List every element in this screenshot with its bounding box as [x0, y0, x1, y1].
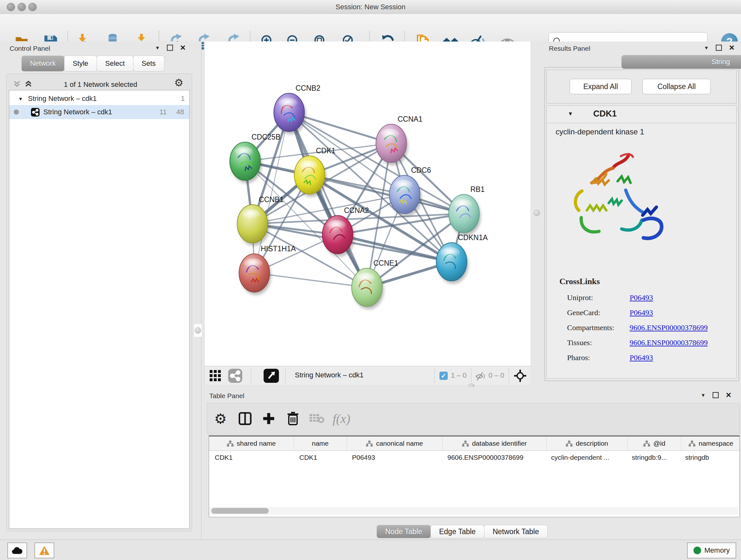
crosslinks-title: CrossLinks: [559, 277, 600, 287]
node-label-CDKN1A: CDKN1A: [458, 233, 488, 242]
tab-edge-table[interactable]: Edge Table: [430, 525, 484, 538]
selected-nodes-checkbox[interactable]: ✓: [440, 372, 448, 380]
network-collection-row[interactable]: ▼ String Network – cdk1 1: [9, 92, 189, 105]
birdseye-view-button[interactable]: [264, 369, 279, 384]
show-columns-button[interactable]: [235, 409, 255, 428]
node-CCNB2[interactable]: [274, 93, 306, 134]
column-header-namespace[interactable]: namespace: [681, 436, 740, 451]
add-column-button[interactable]: [259, 409, 278, 428]
network-list-options-button[interactable]: ⚙: [174, 77, 184, 89]
column-header-database-identifier[interactable]: database identifier: [443, 436, 547, 451]
delete-column-button[interactable]: [283, 409, 302, 428]
collapse-all-button[interactable]: Collapse All: [643, 79, 711, 94]
tab-network[interactable]: Network: [21, 56, 64, 71]
table-cell[interactable]: P06493: [346, 451, 442, 464]
panel-menu-icon[interactable]: ▼: [701, 392, 705, 398]
panel-float-icon[interactable]: [716, 45, 722, 51]
fit-content-button[interactable]: [514, 369, 527, 384]
tab-node-table[interactable]: Node Table: [377, 525, 431, 538]
table-cell[interactable]: stringdb:9...: [626, 451, 679, 464]
memory-label: Memory: [704, 546, 730, 555]
column-header-name[interactable]: name: [294, 436, 347, 451]
tab-style[interactable]: Style: [64, 56, 97, 71]
node-CCNE1[interactable]: [352, 268, 384, 309]
column-header--id[interactable]: @id: [628, 436, 681, 451]
status-bar: Memory: [0, 540, 741, 560]
results-panel-title: Results Panel: [549, 45, 590, 52]
network-view-mode-button[interactable]: [228, 369, 242, 384]
column-type-icon: [227, 441, 233, 447]
tab-select[interactable]: Select: [97, 56, 133, 71]
control-panel-title: Control Panel: [10, 45, 50, 52]
panel-close-icon[interactable]: ✕: [729, 45, 735, 50]
tab-string[interactable]: String: [621, 55, 741, 69]
crosslink-value-link[interactable]: P06493: [630, 308, 653, 317]
table-body: CDK1CDK1P064939606.ENSP00000378699cyclin…: [209, 451, 739, 464]
node-label-CDC25B: CDC25B: [252, 133, 280, 141]
network-canvas[interactable]: CCNB2CCNA1CDC25BCDK1CDC6RB1CCNB1CCNA2CDK…: [204, 42, 531, 366]
detach-view-icon: [264, 369, 279, 383]
toolbar-separator: [471, 368, 471, 383]
memory-button[interactable]: Memory: [687, 543, 736, 558]
edge-CCNB2-CCNE1[interactable]: [289, 112, 367, 287]
node-label-HIST1H1A: HIST1H1A: [261, 245, 296, 253]
cloud-status-button[interactable]: [7, 543, 27, 558]
column-type-icon: [566, 441, 572, 447]
panel-float-icon[interactable]: [167, 45, 173, 51]
network-row[interactable]: String Network – cdk1 11 48: [9, 105, 189, 119]
panel-close-icon[interactable]: ✕: [180, 45, 186, 50]
table-cell[interactable]: CDK1: [293, 451, 346, 464]
gene-entry-panel: ▼ CDK1 cyclin-dependent kinase 1: [546, 105, 737, 379]
node-RB1[interactable]: [449, 194, 481, 236]
crosslink-row: GeneCard:P06493: [567, 305, 727, 320]
panel-menu-icon[interactable]: ▼: [155, 45, 160, 51]
table-cell[interactable]: 9606.ENSP00000378699: [442, 451, 545, 464]
share-icon: [228, 369, 242, 383]
function-builder-button[interactable]: f(x): [332, 409, 351, 428]
crosslink-value-link[interactable]: P06493: [630, 294, 653, 302]
column-type-icon: [689, 441, 695, 447]
table-cell[interactable]: stringdb: [679, 451, 739, 464]
panel-float-icon[interactable]: [713, 392, 719, 398]
column-header-canonical-name[interactable]: canonical name: [347, 436, 443, 451]
crosslink-value-link[interactable]: 9606.ENSP00000378699: [630, 338, 708, 347]
node-CDKN1A[interactable]: [436, 243, 468, 284]
warnings-button[interactable]: [35, 543, 54, 558]
delete-table-button[interactable]: [307, 409, 327, 428]
node-CCNB1[interactable]: [237, 205, 269, 246]
tree-expand-icon[interactable]: ▼: [18, 96, 23, 102]
table-cell[interactable]: cyclin-dependent ...: [545, 451, 626, 464]
column-header-description[interactable]: description: [547, 436, 628, 451]
tab-sets[interactable]: Sets: [133, 56, 164, 71]
crosslink-value-link[interactable]: P06493: [630, 354, 653, 362]
node-HIST1H1A[interactable]: [239, 254, 271, 295]
scrollbar-thumb[interactable]: [211, 508, 269, 514]
table-hscrollbar[interactable]: [209, 507, 738, 515]
splitter-grip[interactable]: [195, 327, 201, 334]
panel-close-icon[interactable]: ✕: [726, 393, 731, 397]
left-splitter[interactable]: [194, 324, 202, 337]
node-label-CDC6: CDC6: [411, 166, 431, 174]
panel-menu-icon[interactable]: ▼: [704, 45, 709, 51]
crosslink-value-link[interactable]: 9606.ENSP00000378699: [630, 323, 708, 332]
node-CCNA1[interactable]: [376, 124, 408, 165]
column-header-shared-name[interactable]: shared name: [209, 436, 294, 451]
column-type-icon: [462, 441, 469, 447]
node-CDK1[interactable]: [294, 156, 327, 197]
table-options-button[interactable]: ⚙: [211, 409, 230, 428]
edge-CCNA2-CDKN1A[interactable]: [338, 235, 452, 262]
tab-network-table[interactable]: Network Table: [484, 525, 548, 538]
grid-view-button[interactable]: [209, 369, 222, 383]
network-icon: [31, 108, 40, 117]
entry-collapse-icon[interactable]: ▼: [568, 111, 573, 117]
table-cell[interactable]: CDK1: [209, 451, 293, 464]
expand-all-button[interactable]: Expand All: [569, 79, 631, 94]
node-CCNA2[interactable]: [322, 215, 354, 257]
splitter-grip[interactable]: [534, 210, 540, 216]
table-panel-title: Table Panel: [209, 392, 245, 400]
table-tabs: Node TableEdge TableNetwork Table: [377, 525, 548, 538]
right-splitter[interactable]: [530, 42, 542, 387]
entry-header[interactable]: ▼ CDK1: [547, 106, 736, 123]
window-title: Session: New Session: [0, 3, 741, 11]
node-CDC6[interactable]: [389, 175, 421, 216]
